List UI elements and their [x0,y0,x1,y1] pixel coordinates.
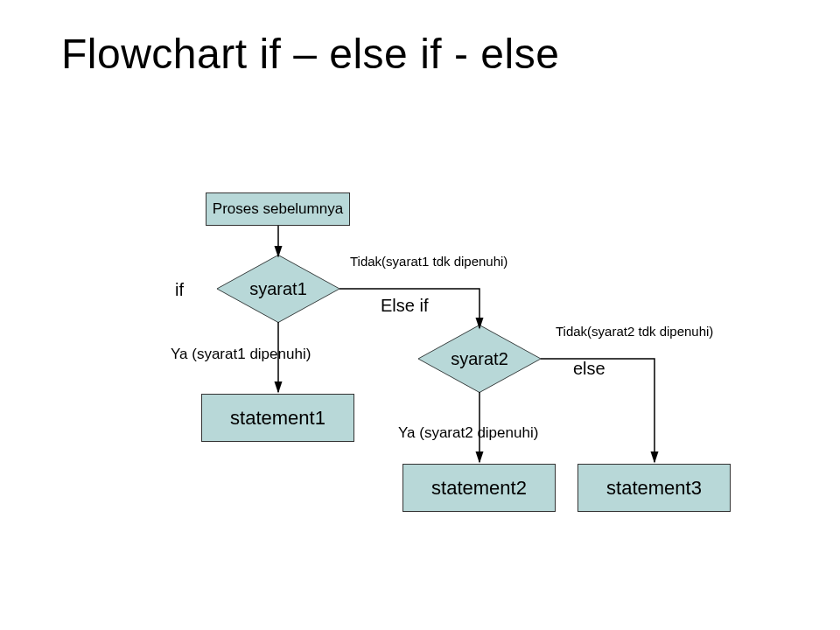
page-title: Flowchart if – else if - else [61,30,559,78]
node-statement3: statement3 [578,464,731,512]
label-if: if [175,280,184,300]
label-tidak1: Tidak(syarat1 tdk dipenuhi) [350,254,508,269]
node-syarat2: syarat2 [418,324,541,394]
label-else-if: Else if [381,296,428,316]
label-tidak2: Tidak(syarat2 tdk dipenuhi) [556,324,713,339]
node-label: statement1 [230,407,326,430]
node-proses-sebelumnya: Proses sebelumnya [206,192,350,226]
node-label: syarat2 [451,349,508,369]
node-label: syarat1 [249,279,307,299]
node-statement2: statement2 [402,464,556,512]
node-syarat1: syarat1 [217,254,340,324]
label-else: else [573,359,606,379]
label-ya2: Ya (syarat2 dipenuhi) [398,424,538,442]
node-label: statement3 [606,477,702,500]
flowchart-stage: Flowchart if – else if - else Proses seb… [0,0,840,630]
label-ya1: Ya (syarat1 dipenuhi) [171,346,311,363]
node-label: Proses sebelumnya [213,200,343,218]
node-statement1: statement1 [201,394,354,442]
node-label: statement2 [431,477,527,500]
